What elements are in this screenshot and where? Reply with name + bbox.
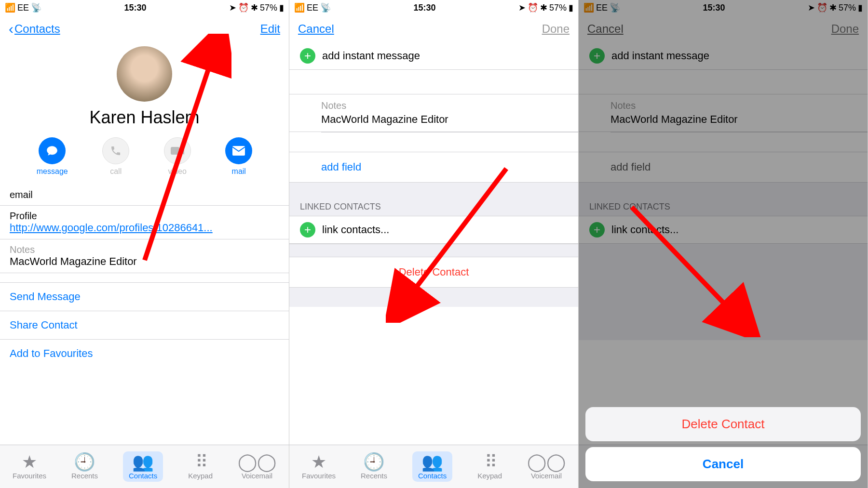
battery-percent: 57% [549,3,567,13]
mail-label: mail [232,167,246,176]
svg-rect-0 [171,147,179,155]
tab-bar: ★ Favourites 🕘 Recents 👥 Contacts ⠿ Keyp… [0,445,289,488]
message-icon [39,137,66,164]
nav-bar: Cancel Done [289,15,578,42]
clock-icon: 🕘 [363,453,385,471]
location-icon: ➤ [518,2,526,13]
tab-keypad[interactable]: ⠿Keypad [477,453,502,480]
notes-label: Notes [10,244,279,255]
bluetooth-icon: ✱ [251,2,258,13]
video-button: video [164,137,191,176]
star-icon: ★ [311,453,326,471]
send-message-button[interactable]: Send Message [0,283,289,311]
signal-icon: 📶 [5,2,15,13]
profile-url[interactable]: http://www.google.com/profiles/10286641.… [10,222,279,234]
add-field-button[interactable]: add field [289,152,578,183]
contact-header: Karen Haslem [0,42,289,132]
notes-label: Notes [321,100,546,111]
contacts-icon: 👥 [421,453,443,471]
voicemail-icon: ◯◯ [527,453,566,471]
cancel-sheet-button[interactable]: Cancel [585,447,861,481]
alarm-icon: ⏰ [528,2,538,13]
plus-icon: + [300,222,315,237]
tab-voicemail[interactable]: ◯◯ Voicemail [238,453,276,480]
share-contact-button[interactable]: Share Contact [0,311,289,340]
action-sheet: Delete Contact Cancel [585,407,861,481]
call-button: call [102,137,129,176]
add-im-row[interactable]: + add instant message [289,42,578,70]
back-label: Contacts [14,22,60,36]
contact-list: email Profile http://www.google.com/prof… [0,185,289,445]
profile-label: Profile [10,211,279,222]
voicemail-icon: ◯◯ [238,453,276,471]
plus-icon: + [300,48,315,64]
mail-icon [225,137,252,164]
screen-edit-contact: 📶 EE 📡 15:30 ➤ ⏰ ✱ 57% ▮ Cancel Done + a… [289,0,579,488]
email-label: email [10,189,279,200]
battery-percent: 57% [260,3,277,13]
video-label: video [168,167,187,176]
notes-cell[interactable]: Notes MacWorld Magazine Editor [0,239,289,273]
status-bar: 📶 EE 📡 15:30 ➤ ⏰ ✱ 57% ▮ [289,0,578,15]
screen-contact-view: 📶 EE 📡 15:30 ➤ ⏰ ✱ 57% ▮ ‹ Contacts Edit… [0,0,289,488]
done-button[interactable]: Done [542,22,570,36]
wifi-icon: 📡 [320,2,331,13]
nav-bar: ‹ Contacts Edit [0,15,289,42]
add-favourites-button[interactable]: Add to Favourites [0,340,289,368]
cancel-button[interactable]: Cancel [298,22,334,36]
clock: 15:30 [413,3,435,13]
edit-button[interactable]: Edit [260,22,280,36]
phone-icon [102,137,129,164]
message-label: message [37,167,68,176]
edit-content: + add instant message Notes MacWorld Mag… [289,42,578,445]
clock-icon: 🕘 [74,453,95,471]
wifi-icon: 📡 [31,2,41,13]
tab-favourites[interactable]: ★Favourites [302,453,336,480]
chevron-left-icon: ‹ [9,21,14,37]
tab-bar: ★Favourites 🕘Recents 👥Contacts ⠿Keypad ◯… [289,445,578,488]
email-cell[interactable]: email [0,185,289,206]
carrier-label: EE [307,3,318,13]
call-label: call [110,167,122,176]
avatar[interactable] [117,46,172,102]
carrier-label: EE [17,3,29,13]
clock: 15:30 [124,3,146,13]
battery-icon: ▮ [279,2,284,13]
battery-icon: ▮ [569,2,573,13]
profile-cell[interactable]: Profile http://www.google.com/profiles/1… [0,206,289,239]
notes-value: MacWorld Magazine Editor [10,255,279,268]
tab-contacts[interactable]: 👥Contacts [412,451,452,482]
keypad-icon: ⠿ [485,453,495,471]
tab-recents[interactable]: 🕘Recents [361,453,387,480]
back-button[interactable]: ‹ Contacts [9,21,60,37]
tab-keypad[interactable]: ⠿ Keypad [188,453,213,480]
signal-icon: 📶 [294,2,305,13]
location-icon: ➤ [229,2,236,13]
contact-name: Karen Haslem [0,107,289,128]
notes-block[interactable]: Notes MacWorld Magazine Editor [289,94,578,132]
bluetooth-icon: ✱ [540,2,547,13]
tab-contacts[interactable]: 👥 Contacts [123,451,163,482]
add-im-label: add instant message [322,50,420,62]
mail-button[interactable]: mail [225,137,252,176]
notes-value: MacWorld Magazine Editor [321,111,546,126]
confirm-delete-button[interactable]: Delete Contact [585,407,861,441]
message-button[interactable]: message [37,137,68,176]
video-icon [164,137,191,164]
contacts-icon: 👥 [132,453,154,471]
keypad-icon: ⠿ [195,453,206,471]
linked-contacts-header: LINKED CONTACTS [289,183,578,216]
action-row: message call video mail [0,132,289,185]
link-contacts-label: link contacts... [322,224,389,236]
delete-contact-button[interactable]: Delete Contact [289,257,578,288]
link-contacts-row[interactable]: + link contacts... [289,216,578,244]
screen-delete-confirm: 📶 EE 📡 15:30 ➤ ⏰ ✱ 57% ▮ Cancel Done + a… [579,0,868,488]
status-bar: 📶 EE 📡 15:30 ➤ ⏰ ✱ 57% ▮ [0,0,289,15]
tab-voicemail[interactable]: ◯◯Voicemail [527,453,566,480]
tab-recents[interactable]: 🕘 Recents [71,453,98,480]
star-icon: ★ [22,453,37,471]
alarm-icon: ⏰ [238,2,249,13]
tab-favourites[interactable]: ★ Favourites [13,453,46,480]
